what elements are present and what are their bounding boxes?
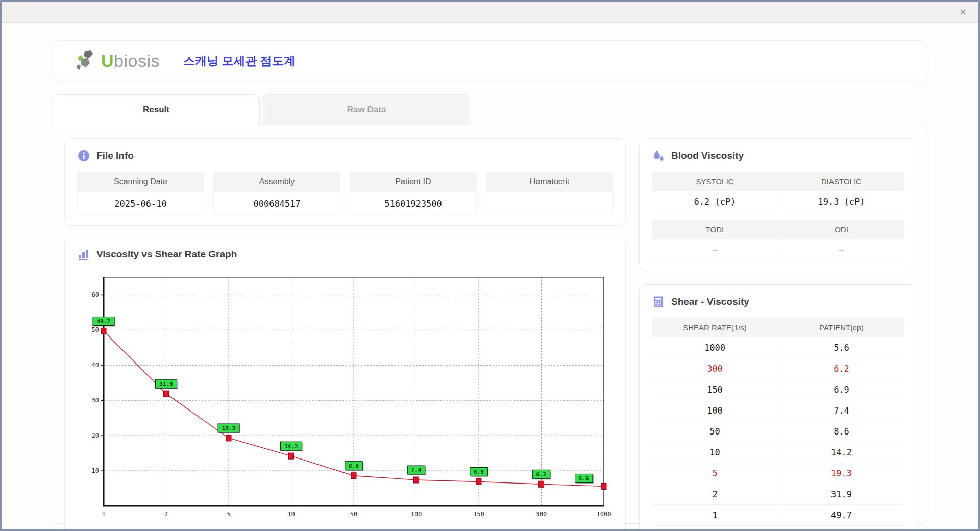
- field-value: 51601923500: [350, 192, 477, 215]
- odi-header: ODI: [778, 220, 905, 239]
- svg-text:40: 40: [92, 361, 99, 369]
- svg-text:150: 150: [473, 511, 484, 518]
- shear-rate-cell: 300: [652, 358, 778, 379]
- shear-viscosity-header: Shear - Viscosity: [652, 295, 904, 308]
- blood-viscosity-table-1: SYSTOLIC DIASTOLIC 6.2 (cP) 19.3 (cP): [652, 172, 904, 212]
- systolic-value: 6.2 (cP): [652, 191, 778, 212]
- shear-rate-cell: 2: [652, 484, 778, 505]
- todi-header: TODI: [652, 220, 778, 239]
- table-grid-icon: [652, 295, 665, 308]
- svg-text:8.6: 8.6: [349, 463, 359, 469]
- close-icon[interactable]: ×: [960, 7, 966, 18]
- svg-text:2: 2: [164, 511, 168, 518]
- tab-result[interactable]: Result: [53, 94, 260, 125]
- svg-text:50: 50: [350, 511, 357, 518]
- svg-text:49.7: 49.7: [97, 318, 111, 325]
- svg-text:30: 30: [92, 397, 99, 404]
- tab-raw-data[interactable]: Raw Data: [263, 94, 470, 125]
- file-info-field: Assembly000684517: [213, 172, 340, 215]
- patient-cell: 6.2: [778, 358, 905, 379]
- file-info-fields: Scanning Date2025-06-10Assembly000684517…: [77, 172, 613, 215]
- table-row: 231.9: [652, 484, 904, 505]
- patient-cell: 49.7: [778, 505, 905, 526]
- svg-text:20: 20: [92, 432, 99, 439]
- shear-rate-column-header: SHEAR RATE(1/s): [652, 318, 778, 337]
- patient-cell: 8.6: [778, 421, 905, 442]
- file-info-header: File Info: [77, 149, 613, 162]
- svg-text:31.9: 31.9: [159, 381, 173, 388]
- shear-rate-cell: 1: [652, 505, 778, 526]
- blood-viscosity-title: Blood Viscosity: [671, 150, 744, 161]
- svg-text:5.6: 5.6: [579, 475, 589, 482]
- field-value: 000684517: [213, 192, 340, 215]
- svg-text:14.2: 14.2: [284, 443, 298, 450]
- shear-viscosity-card: Shear - Viscosity SHEAR RATE(1/s) PATIEN…: [639, 284, 917, 529]
- patient-cell: 14.2: [778, 442, 905, 463]
- info-icon: [77, 149, 90, 162]
- field-label: Assembly: [213, 172, 340, 192]
- field-label: Hematocrit: [486, 172, 613, 192]
- svg-text:100: 100: [411, 511, 422, 518]
- svg-text:1000: 1000: [597, 511, 611, 518]
- shear-rate-cell: 100: [652, 400, 778, 421]
- table-row: 508.6: [652, 421, 904, 442]
- graph-header: Viscosity vs Shear Rate Graph: [77, 248, 613, 261]
- table-row: 1007.4: [652, 400, 904, 421]
- blood-viscosity-header: Blood Viscosity: [652, 149, 904, 162]
- odi-value: –: [778, 239, 905, 260]
- field-label: Scanning Date: [77, 172, 204, 192]
- diastolic-value: 19.3 (cP): [778, 191, 905, 212]
- svg-text:5: 5: [227, 511, 230, 518]
- app-window: × Ubiosis 스캐닝 모세관 점도계 Result Raw Data: [0, 0, 980, 531]
- brand-letter-u: U: [101, 51, 114, 70]
- file-info-field: Scanning Date2025-06-10: [77, 172, 204, 215]
- brand-rest: biosis: [114, 51, 160, 70]
- table-row: 1506.9: [652, 379, 904, 400]
- shear-rate-cell: 50: [652, 421, 778, 442]
- shear-rate-cell: 150: [652, 379, 778, 400]
- shear-rate-cell: 1000: [652, 337, 778, 358]
- patient-cell: 19.3: [778, 463, 905, 484]
- patient-column-header: PATIENT(cp): [778, 318, 905, 337]
- file-info-field: Patient ID51601923500: [350, 172, 477, 215]
- tab-bar: Result Raw Data: [53, 94, 927, 125]
- table-row: 10005.6: [652, 337, 904, 358]
- window-titlebar: ×: [2, 2, 978, 23]
- bar-chart-icon: [77, 248, 90, 261]
- blood-viscosity-table-2: TODI ODI – –: [652, 220, 904, 260]
- todi-value: –: [652, 239, 778, 260]
- viscosity-graph-card: Viscosity vs Shear Rate Graph 1020304050…: [64, 237, 626, 529]
- svg-text:1: 1: [102, 511, 105, 518]
- result-panel: File Info Scanning Date2025-06-10Assembl…: [53, 125, 927, 524]
- shear-rate-cell: 5: [652, 463, 778, 484]
- graph-title: Viscosity vs Shear Rate Graph: [96, 249, 237, 260]
- field-value: [486, 192, 613, 214]
- viscosity-chart: 1020304050601251050100150300100049.731.9…: [77, 270, 613, 527]
- shear-viscosity-table: SHEAR RATE(1/s) PATIENT(cp) 10005.63006.…: [652, 318, 904, 526]
- app-header: Ubiosis 스캐닝 모세관 점도계: [53, 40, 927, 81]
- blood-viscosity-card: Blood Viscosity SYSTOLIC DIASTOLIC 6.2 (…: [639, 138, 917, 271]
- droplets-icon: [652, 149, 665, 162]
- svg-text:60: 60: [92, 291, 99, 298]
- svg-text:19.3: 19.3: [222, 425, 236, 431]
- brand-name: Ubiosis: [101, 51, 160, 71]
- patient-cell: 5.6: [778, 337, 905, 358]
- table-row: 3006.2: [652, 358, 904, 379]
- left-column: File Info Scanning Date2025-06-10Assembl…: [64, 138, 626, 510]
- file-info-field: Hematocrit: [486, 172, 613, 215]
- svg-text:10: 10: [287, 511, 295, 518]
- diastolic-header: DIASTOLIC: [778, 172, 905, 191]
- ubiosis-leaf-icon: [75, 49, 98, 73]
- patient-cell: 6.9: [778, 379, 905, 400]
- svg-text:6.2: 6.2: [536, 471, 547, 478]
- window-content: Ubiosis 스캐닝 모세관 점도계 Result Raw Data: [2, 23, 978, 529]
- right-column: Blood Viscosity SYSTOLIC DIASTOLIC 6.2 (…: [639, 138, 917, 510]
- patient-cell: 31.9: [778, 484, 905, 505]
- svg-text:10: 10: [92, 467, 99, 474]
- svg-text:6.9: 6.9: [474, 469, 484, 475]
- patient-cell: 7.4: [778, 400, 905, 421]
- file-info-title: File Info: [96, 150, 134, 161]
- field-label: Patient ID: [350, 172, 477, 192]
- svg-text:300: 300: [536, 511, 547, 518]
- field-value: 2025-06-10: [77, 192, 204, 215]
